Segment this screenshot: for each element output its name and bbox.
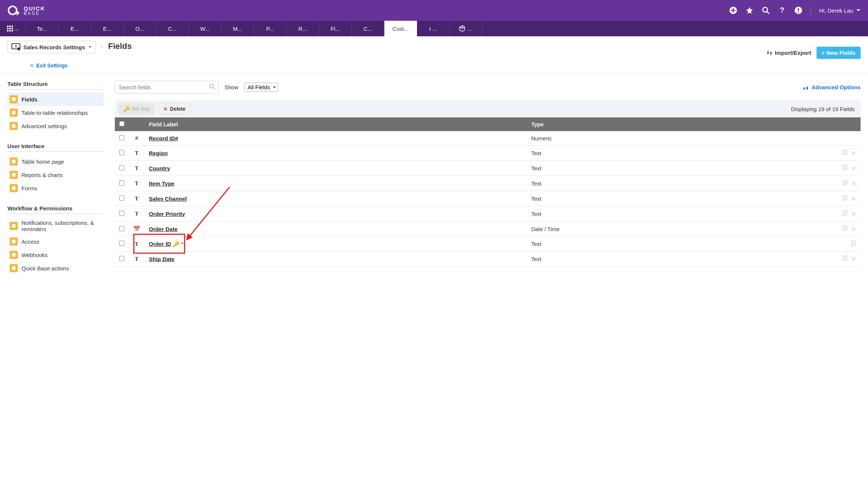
sidebar-item[interactable]: Reports & charts — [7, 168, 104, 181]
svg-rect-26 — [12, 224, 16, 228]
sidebar-item[interactable]: Table-to-table relationships — [7, 106, 104, 119]
field-label-link[interactable]: Item Type — [149, 180, 174, 187]
copy-icon[interactable] — [851, 240, 856, 247]
table-row: TShip DateText✕ — [115, 251, 861, 267]
nav-tab[interactable]: O... — [124, 21, 156, 36]
field-label-link[interactable]: Order ID — [149, 241, 171, 247]
sidebar-item-icon — [10, 109, 18, 117]
field-label-link[interactable]: Sales Channel — [149, 196, 187, 202]
sidebar-item[interactable]: Access — [7, 235, 104, 248]
nav-tab[interactable]: C... — [352, 21, 384, 36]
svg-rect-47 — [844, 255, 847, 260]
brand-logo[interactable]: QUICK BASE — [7, 4, 45, 17]
copy-icon[interactable] — [842, 195, 848, 202]
row-checkbox[interactable] — [119, 256, 124, 261]
svg-text:?: ? — [780, 6, 784, 14]
delete-row-icon[interactable]: ✕ — [851, 196, 856, 202]
delete-row-icon[interactable]: ✕ — [851, 256, 856, 263]
topbar-actions: ? Hi, Derek Lau — [729, 6, 861, 14]
field-type-icon: T — [129, 146, 144, 161]
col-field-label[interactable]: Field Label — [144, 117, 527, 131]
field-type: Date / Time — [527, 221, 831, 237]
field-type: Text — [527, 251, 831, 267]
top-header: QUICK BASE ? Hi, Derek Lau — [0, 0, 868, 21]
delete-button[interactable]: ✕ Delete — [158, 103, 190, 114]
copy-icon[interactable] — [842, 255, 848, 262]
field-label-link[interactable]: Order Date — [149, 226, 178, 232]
row-checkbox[interactable] — [119, 150, 124, 155]
sidebar-item[interactable]: Advanced settings — [7, 119, 104, 133]
nav-tab[interactable]: I ... — [417, 21, 450, 36]
help-icon[interactable]: ? — [778, 6, 786, 14]
field-label-link[interactable]: Country — [149, 165, 170, 171]
nav-tab[interactable]: E... — [91, 21, 124, 36]
apps-menu-icon[interactable]: ... — [0, 21, 26, 36]
sidebar-item-label: Table-to-table relationships — [21, 110, 88, 116]
svg-rect-16 — [11, 30, 13, 31]
delete-row-icon[interactable]: ✕ — [851, 226, 856, 233]
show-filter-select[interactable]: All Fields — [244, 83, 278, 92]
user-menu[interactable]: Hi, Derek Lau — [819, 7, 861, 14]
search-icon[interactable] — [762, 6, 770, 14]
exit-settings-link[interactable]: ✕ Exit Settings — [30, 63, 861, 69]
sidebar-item[interactable]: Quick Base actions — [7, 261, 104, 275]
table-row: TOrder ID 🔑*Text — [115, 237, 861, 251]
sidebar-item[interactable]: Forms — [7, 181, 104, 195]
svg-rect-21 — [12, 111, 16, 114]
svg-rect-38 — [843, 196, 846, 200]
star-icon[interactable] — [745, 6, 754, 14]
copy-icon[interactable] — [842, 164, 848, 171]
field-label-link[interactable]: Order Priority — [149, 211, 185, 217]
copy-icon[interactable] — [842, 180, 848, 187]
row-checkbox[interactable] — [119, 226, 124, 231]
nav-tabs: ... Te...E...E...O...C...W...M...P...R..… — [0, 21, 868, 36]
table-settings-dropdown[interactable]: $ Sales Records Settings — [7, 41, 96, 53]
sidebar-item-label: Webhooks — [21, 252, 48, 258]
advanced-options-link[interactable]: Advanced Options — [803, 84, 861, 90]
user-greeting-text: Hi, Derek Lau — [819, 7, 853, 14]
select-all-checkbox[interactable] — [119, 121, 124, 126]
nav-tab[interactable]: Cust... — [384, 21, 417, 36]
nav-tab[interactable]: E... — [59, 21, 91, 36]
import-export-button[interactable]: Import/Export — [767, 50, 811, 56]
delete-row-icon[interactable]: ✕ — [851, 211, 856, 217]
copy-icon[interactable] — [842, 225, 848, 232]
nav-tab[interactable]: ... — [450, 21, 482, 36]
nav-tab[interactable]: C... — [156, 21, 189, 36]
field-label-link[interactable]: Ship Date — [149, 256, 174, 262]
svg-rect-33 — [844, 149, 847, 154]
nav-tab[interactable]: Fi... — [319, 21, 352, 36]
row-checkbox[interactable] — [119, 196, 124, 201]
row-checkbox[interactable] — [119, 165, 124, 170]
nav-tab[interactable]: R... — [287, 21, 319, 36]
copy-icon[interactable] — [842, 210, 848, 217]
svg-rect-43 — [844, 225, 847, 230]
svg-rect-24 — [12, 173, 16, 177]
delete-row-icon[interactable]: ✕ — [851, 180, 856, 187]
row-checkbox[interactable] — [119, 180, 124, 186]
row-checkbox[interactable] — [119, 211, 124, 216]
copy-icon[interactable] — [842, 149, 848, 156]
new-fields-button[interactable]: + New Fields — [817, 47, 861, 59]
sidebar-item[interactable]: Fields — [7, 93, 104, 106]
search-input[interactable] — [115, 81, 218, 94]
field-label-link[interactable]: Region — [149, 150, 168, 156]
row-checkbox[interactable] — [119, 241, 124, 246]
sidebar-item[interactable]: Notifications, subscriptions, & reminder… — [7, 217, 104, 235]
table-icon: $ — [11, 43, 20, 51]
sidebar-item[interactable]: Webhooks — [7, 248, 104, 261]
nav-tab[interactable]: Te... — [26, 21, 59, 36]
nav-tab[interactable]: P... — [254, 21, 287, 36]
add-icon[interactable] — [729, 6, 737, 14]
delete-row-icon[interactable]: ✕ — [851, 165, 856, 172]
alert-icon[interactable] — [794, 6, 802, 14]
delete-row-icon[interactable]: ✕ — [851, 150, 856, 157]
svg-rect-9 — [9, 26, 11, 27]
field-label-link[interactable]: Record ID# — [149, 135, 178, 141]
sidebar-item-icon — [10, 171, 18, 179]
col-type[interactable]: Type — [527, 117, 831, 131]
nav-tab[interactable]: M... — [221, 21, 254, 36]
nav-tab[interactable]: W... — [189, 21, 221, 36]
sidebar-item[interactable]: Table home page — [7, 155, 104, 168]
row-checkbox[interactable] — [119, 135, 124, 140]
